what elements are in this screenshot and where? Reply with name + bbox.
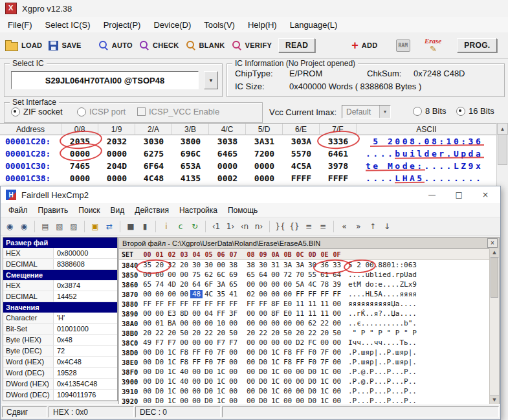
byte-cell[interactable]: 7F bbox=[215, 348, 227, 357]
word-cell[interactable]: 0002 bbox=[209, 173, 246, 183]
goto-first-icon[interactable]: « bbox=[338, 220, 351, 233]
byte-cell[interactable]: 00 bbox=[227, 319, 239, 327]
byte-cell[interactable]: 00 bbox=[282, 338, 294, 347]
byte-cell[interactable]: D0 bbox=[203, 368, 215, 376]
byte-cell[interactable]: 40 bbox=[178, 377, 190, 386]
word-cell[interactable]: 303A bbox=[283, 137, 320, 146]
byte-cell[interactable]: F0 bbox=[306, 348, 318, 357]
byte-cell[interactable]: D0 bbox=[257, 368, 269, 376]
byte-cell[interactable]: 00 bbox=[245, 309, 257, 318]
byte-cell[interactable]: 00 bbox=[245, 280, 257, 289]
byte-cell[interactable]: 74 bbox=[153, 280, 166, 289]
file-panel-icon[interactable]: ▤ bbox=[39, 220, 52, 233]
find-next-icon[interactable]: ◉ bbox=[17, 220, 30, 233]
align-right-icon[interactable]: ≡ bbox=[316, 220, 329, 233]
icsp-vcc-checkbox[interactable]: ICSP_VCC Enable bbox=[137, 107, 219, 116]
byte-cell[interactable]: 8D bbox=[178, 309, 190, 318]
menu-item[interactable]: Править bbox=[33, 203, 74, 217]
align-left-icon[interactable]: ≡ bbox=[302, 220, 315, 233]
byte-cell[interactable]: 00 bbox=[331, 377, 343, 386]
byte-cell[interactable]: 00 bbox=[141, 368, 153, 376]
byte-cell[interactable]: 1C bbox=[166, 358, 178, 366]
byte-cell[interactable]: 00 bbox=[294, 319, 306, 327]
word-cell[interactable]: 5570 bbox=[283, 149, 320, 159]
byte-cell[interactable]: 00 bbox=[269, 338, 282, 347]
byte-cell[interactable]: FF bbox=[166, 300, 178, 308]
auto-button[interactable]: AUTO bbox=[98, 40, 133, 50]
byte-cell[interactable]: 38 bbox=[245, 261, 257, 269]
byte-cell[interactable]: 30 bbox=[257, 261, 269, 269]
byte-cell[interactable]: 22 bbox=[306, 329, 318, 337]
byte-cell[interactable]: 00 bbox=[178, 319, 190, 327]
byte-cell[interactable]: 30 bbox=[306, 261, 318, 269]
close-button[interactable]: × bbox=[482, 190, 489, 199]
xgpro-titlebar[interactable]: Xgpro v12.38 bbox=[0, 0, 508, 17]
byte-cell[interactable]: FF bbox=[190, 348, 203, 357]
prev-diff-icon[interactable]: ‹1 bbox=[210, 220, 223, 233]
byte-cell[interactable]: FF bbox=[190, 300, 203, 308]
byte-cell[interactable]: 00 bbox=[282, 319, 294, 327]
byte-cell[interactable]: 00 bbox=[282, 387, 294, 395]
byte-cell[interactable]: F0 bbox=[203, 358, 215, 366]
byte-cell[interactable]: 00 bbox=[153, 290, 166, 298]
byte-cell[interactable]: 00 bbox=[331, 300, 343, 308]
byte-cell[interactable]: FF bbox=[215, 300, 227, 308]
word-cell[interactable]: 7200 bbox=[246, 149, 283, 159]
byte-cell[interactable]: 61 bbox=[318, 271, 331, 279]
byte-cell[interactable]: 00 bbox=[190, 377, 203, 386]
hexcmp-row[interactable]: 3880FFFFFFFFFFFFFFFFFFFF8FE011111100яяяя… bbox=[119, 299, 499, 309]
byte-cell[interactable]: 00 bbox=[141, 290, 153, 298]
byte-cell[interactable]: 02 bbox=[245, 290, 257, 298]
byte-cell[interactable]: F7 bbox=[215, 338, 227, 347]
byte-cell[interactable]: 00 bbox=[227, 387, 239, 395]
byte-cell[interactable]: 62 bbox=[306, 319, 318, 327]
byte-cell[interactable]: 00 bbox=[331, 387, 343, 395]
byte-cell[interactable]: 00 bbox=[245, 387, 257, 395]
minimize-button[interactable]: — bbox=[428, 190, 436, 199]
byte-cell[interactable]: E3 bbox=[166, 309, 178, 318]
byte-cell[interactable]: 1C bbox=[215, 387, 227, 395]
byte-cell[interactable]: BA bbox=[166, 319, 178, 327]
byte-cell[interactable]: FF bbox=[227, 300, 239, 308]
byte-cell[interactable]: 1C bbox=[269, 387, 282, 395]
word-cell[interactable]: 4135 bbox=[172, 173, 209, 183]
byte-cell[interactable]: 62 bbox=[203, 271, 215, 279]
hexcmp-row[interactable]: 38F000D01C4000D01C0000D01C0000D01C00.Р.@… bbox=[119, 367, 499, 377]
scrollbar-thumb[interactable] bbox=[491, 258, 498, 298]
byte-cell[interactable]: F8 bbox=[178, 358, 190, 366]
scroll-up-icon[interactable]: ▲ bbox=[497, 123, 508, 135]
byte-cell[interactable]: D0 bbox=[257, 348, 269, 357]
byte-cell[interactable]: 00 bbox=[178, 271, 190, 279]
byte-cell[interactable]: FF bbox=[203, 300, 215, 308]
byte-cell[interactable]: 65 bbox=[245, 271, 257, 279]
byte-cell[interactable]: 7F bbox=[318, 348, 331, 357]
scroll-down-icon[interactable]: ▼ bbox=[490, 395, 499, 404]
icsp-port-radio[interactable]: ICSP port bbox=[77, 107, 126, 116]
byte-cell[interactable]: 11 bbox=[306, 300, 318, 308]
byte-cell[interactable]: 20 bbox=[294, 329, 306, 337]
byte-cell[interactable]: 00 bbox=[190, 368, 203, 376]
prog-button[interactable]: PROG. bbox=[457, 38, 497, 52]
byte-cell[interactable]: D0 bbox=[153, 368, 166, 376]
byte-cell[interactable]: 70 bbox=[294, 271, 306, 279]
byte-cell[interactable]: 20 bbox=[318, 329, 331, 337]
byte-cell[interactable]: 75 bbox=[190, 271, 203, 279]
brace-close-icon[interactable]: {} bbox=[288, 220, 301, 233]
word-cell[interactable]: 6275 bbox=[135, 149, 172, 159]
byte-cell[interactable]: 20 bbox=[178, 280, 190, 289]
byte-cell[interactable]: 11 bbox=[318, 309, 331, 318]
byte-cell[interactable]: FF bbox=[318, 290, 331, 298]
menu-item[interactable]: Help(H) bbox=[241, 17, 283, 32]
byte-cell[interactable]: 69 bbox=[227, 271, 239, 279]
byte-cell[interactable]: D0 bbox=[153, 387, 166, 395]
byte-cell[interactable]: 20 bbox=[269, 329, 282, 337]
byte-cell[interactable]: 00 bbox=[294, 387, 306, 395]
byte-cell[interactable]: 10 bbox=[215, 319, 227, 327]
byte-cell[interactable]: 00 bbox=[269, 319, 282, 327]
byte-cell[interactable]: 4C bbox=[203, 290, 215, 298]
byte-cell[interactable]: 00 bbox=[257, 309, 269, 318]
word-cell[interactable]: 204D bbox=[98, 161, 135, 171]
byte-cell[interactable]: FF bbox=[178, 300, 190, 308]
brace-open-icon[interactable]: }{ bbox=[274, 220, 287, 233]
menu-item[interactable]: Project(P) bbox=[97, 17, 148, 32]
